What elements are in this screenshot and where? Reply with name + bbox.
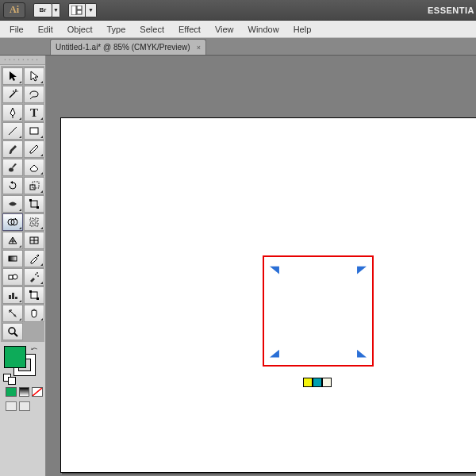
rectangle-tool[interactable] [24,122,44,140]
slice-tool[interactable] [2,305,23,322]
artboard[interactable]: ◥ ◤ ◢ ◣ [60,117,476,473]
arrange-documents-dropdown[interactable]: ▼ [86,3,97,17]
canvas-area[interactable]: ◥ ◤ ◢ ◣ [46,56,476,476]
svg-rect-15 [35,218,38,221]
column-graph-tool[interactable] [2,286,23,304]
pencil-tool[interactable] [24,140,44,158]
menu-window[interactable]: Window [248,25,279,34]
zoom-tool[interactable] [2,323,23,340]
gradient-tool[interactable] [2,250,23,267]
svg-rect-10 [29,199,32,202]
symbol-sprayer-tool[interactable] [24,268,44,286]
normal-screen-button[interactable] [6,401,17,411]
menu-view[interactable]: View [215,25,234,34]
fill-swatch[interactable] [4,346,26,368]
width-tool[interactable] [2,195,23,213]
svg-point-26 [36,272,38,274]
svg-line-4 [9,127,17,135]
svg-rect-5 [30,128,38,134]
cursor-swatches-icon [303,378,332,387]
lasso-tool[interactable] [24,86,44,103]
menu-edit[interactable]: Edit [38,25,53,34]
free-transform-tool[interactable] [24,195,44,213]
rotate-tool[interactable] [2,177,23,194]
svg-point-33 [9,328,15,334]
default-fill-stroke-icon[interactable] [3,374,16,385]
line-tool[interactable] [2,122,23,140]
panel-grip[interactable]: •••••••• [0,56,45,65]
close-tab-icon[interactable]: × [197,44,201,52]
arrange-documents-button[interactable] [68,3,86,17]
svg-line-34 [14,333,17,336]
app-title-bar: Ai Br ▼ ▼ ESSENTIA [0,0,476,21]
fill-stroke-control[interactable]: ⤺ [4,346,36,376]
hand-tool[interactable] [24,305,44,322]
live-corner-widget-icon[interactable]: ◢ [270,347,279,359]
app-logo-icon: Ai [3,2,25,18]
none-mode-button[interactable] [32,387,43,397]
svg-rect-32 [36,298,39,300]
svg-rect-17 [35,223,38,226]
live-corner-widget-icon[interactable]: ◤ [357,263,367,275]
chevron-down-icon: ▼ [53,7,59,13]
paintbrush-tool[interactable] [2,140,23,158]
pen-tool[interactable] [2,104,23,121]
swap-fill-stroke-icon[interactable]: ⤺ [31,344,37,353]
document-tab-bar: Untitled-1.ai* @ 85% (CMYK/Preview) × [0,38,476,56]
svg-rect-9 [31,201,37,207]
svg-rect-14 [30,218,33,221]
svg-rect-21 [9,256,17,261]
chevron-down-icon: ▼ [88,7,94,13]
svg-point-25 [37,275,39,277]
scale-tool[interactable] [24,177,44,194]
mesh-tool[interactable] [24,232,44,249]
menu-help[interactable]: Help [294,25,312,34]
perspective-grid-tool[interactable] [2,232,23,249]
magic-wand-tool[interactable] [2,86,23,103]
svg-rect-28 [12,293,14,299]
svg-rect-16 [30,223,33,226]
shape-builder-tool[interactable] [2,213,23,231]
svg-rect-27 [9,295,11,299]
menu-effect[interactable]: Effect [178,25,201,34]
menu-object[interactable]: Object [67,25,93,34]
artboard-tool[interactable] [24,286,44,304]
annotation-highlight-box: ◥ ◤ ◢ ◣ [263,255,374,367]
svg-rect-29 [15,297,17,299]
direct-selection-tool[interactable] [24,67,44,85]
full-screen-button[interactable] [19,401,30,411]
gradient-mode-button[interactable] [19,387,30,397]
svg-rect-11 [36,206,39,209]
blob-brush-tool[interactable] [2,159,23,176]
eyedropper-tool[interactable] [24,250,44,267]
svg-line-35 [33,388,42,396]
svg-rect-1 [77,6,82,10]
svg-rect-22 [9,275,13,279]
color-mode-button[interactable] [6,387,17,397]
svg-rect-31 [29,290,32,293]
live-paint-tool[interactable] [24,213,44,231]
menu-file[interactable]: File [10,25,24,34]
svg-point-6 [9,168,13,172]
type-tool[interactable]: T [24,104,44,121]
document-tab-label: Untitled-1.ai* @ 85% (CMYK/Preview) [56,43,190,52]
menu-bar: File Edit Object Type Select Effect View… [0,21,476,38]
selection-tool[interactable] [2,67,23,85]
live-corner-widget-icon[interactable]: ◥ [270,263,279,275]
bridge-dropdown[interactable]: ▼ [52,3,60,17]
svg-point-24 [35,274,36,275]
svg-rect-2 [77,10,82,14]
bridge-button[interactable]: Br [33,3,52,17]
svg-rect-30 [31,292,37,298]
blend-tool[interactable] [2,268,23,286]
menu-type[interactable]: Type [107,25,126,34]
tools-panel: •••••••• T [0,56,46,476]
live-corner-widget-icon[interactable]: ◣ [357,347,367,359]
svg-rect-0 [71,6,76,15]
document-tab[interactable]: Untitled-1.ai* @ 85% (CMYK/Preview) × [50,39,206,55]
workspace-switcher[interactable]: ESSENTIA [428,6,476,15]
eraser-tool[interactable] [24,159,44,176]
menu-select[interactable]: Select [140,25,164,34]
svg-point-3 [15,90,17,92]
svg-point-23 [13,274,17,279]
